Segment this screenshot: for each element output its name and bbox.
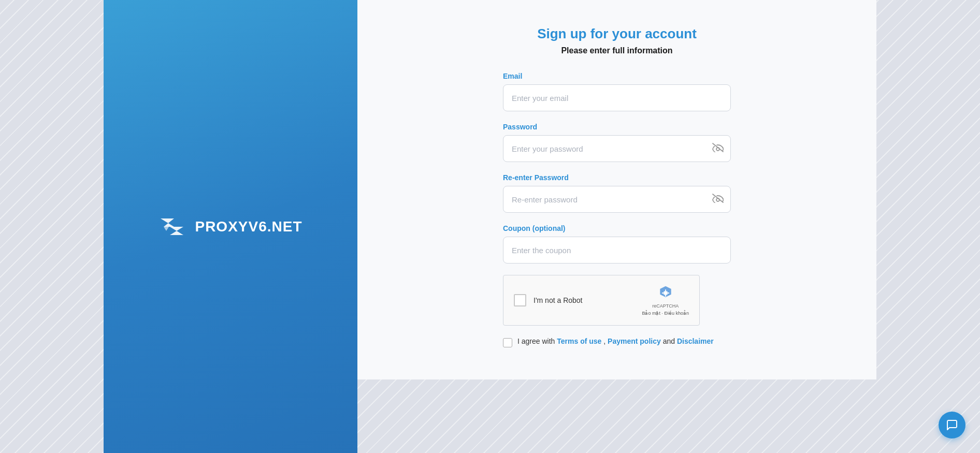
recaptcha-brand-text: reCAPTCHA [652, 303, 679, 309]
coupon-group: Coupon (optional) [503, 224, 731, 264]
terms-and: and [661, 337, 677, 345]
reenter-password-group: Re-enter Password [503, 173, 731, 213]
terms-text: I agree with Terms of use , Payment poli… [517, 337, 714, 345]
password-group: Password [503, 123, 731, 162]
email-input[interactable] [503, 84, 731, 111]
email-group: Email [503, 72, 731, 111]
disclaimer-link[interactable]: Disclaimer [677, 337, 714, 345]
terms-of-use-link[interactable]: Terms of use [557, 337, 601, 345]
recaptcha-label: I'm not a Robot [534, 296, 583, 304]
terms-prefix: I agree with [517, 337, 557, 345]
logo-container: PROXYV6.NET [158, 213, 302, 240]
recaptcha-left: I'm not a Robot [514, 294, 583, 306]
recaptcha-privacy-links: Bảo mật · Điều khoản [642, 311, 689, 316]
svg-marker-2 [164, 227, 169, 231]
recaptcha-right: reCAPTCHA Bảo mật · Điều khoản [642, 285, 689, 316]
chat-icon [946, 419, 958, 431]
form-title: Sign up for your account [503, 26, 731, 42]
reenter-password-input-wrapper [503, 186, 731, 213]
form-container: Sign up for your account Please enter fu… [503, 26, 731, 359]
svg-marker-0 [161, 218, 174, 227]
terms-row: I agree with Terms of use , Payment poli… [503, 337, 731, 347]
chat-button[interactable] [939, 412, 965, 439]
coupon-input[interactable] [503, 237, 731, 264]
form-subtitle: Please enter full information [503, 46, 731, 55]
coupon-label: Coupon (optional) [503, 224, 731, 232]
password-toggle-icon[interactable] [712, 143, 724, 155]
email-input-wrapper [503, 84, 731, 111]
logo-text: PROXYV6.NET [195, 218, 302, 235]
password-input-wrapper [503, 135, 731, 162]
logo-icon [158, 213, 185, 240]
reenter-password-toggle-icon[interactable] [712, 194, 724, 206]
reenter-password-input[interactable] [503, 186, 731, 213]
terms-checkbox[interactable] [503, 338, 512, 347]
svg-point-3 [716, 148, 719, 151]
email-label: Email [503, 72, 731, 80]
coupon-input-wrapper [503, 237, 731, 264]
svg-marker-1 [170, 227, 183, 235]
svg-point-4 [716, 198, 719, 201]
right-panel: Sign up for your account Please enter fu… [357, 0, 876, 379]
reenter-password-label: Re-enter Password [503, 173, 731, 182]
password-input[interactable] [503, 135, 731, 162]
terms-comma: , [601, 337, 608, 345]
recaptcha-logo-icon [657, 285, 674, 301]
payment-policy-link[interactable]: Payment policy [608, 337, 661, 345]
page-wrapper: PROXYV6.NET Sign up for your account Ple… [0, 0, 980, 453]
left-panel: PROXYV6.NET [104, 0, 357, 453]
recaptcha-box: I'm not a Robot reCAPTCHA Bảo mật · Điều… [503, 275, 700, 326]
recaptcha-checkbox[interactable] [514, 294, 526, 306]
password-label: Password [503, 123, 731, 131]
